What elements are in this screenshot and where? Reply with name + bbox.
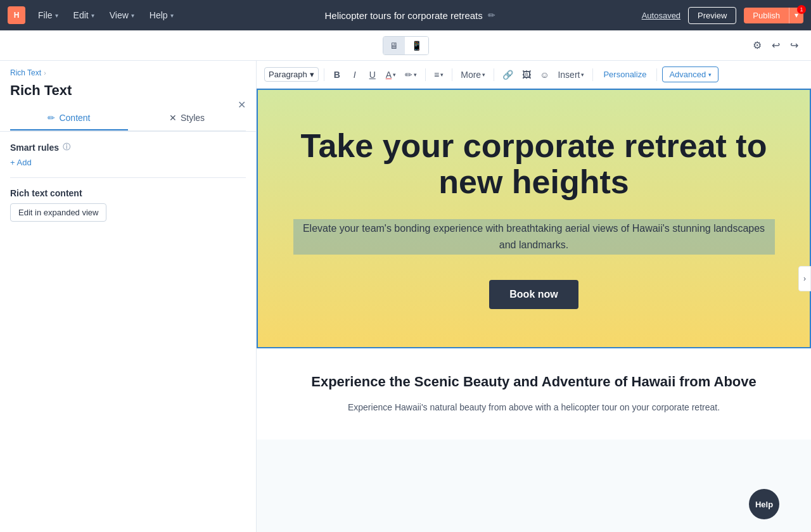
app-logo: H bbox=[8, 6, 25, 24]
toolbar-sep-4 bbox=[494, 68, 494, 81]
preview-button[interactable]: Preview bbox=[688, 7, 736, 24]
emoji-button[interactable]: ☺ bbox=[537, 66, 552, 83]
more-button[interactable]: More ▾ bbox=[457, 66, 489, 83]
hero-section-wrapper: Take your corporate retreat to new heigh… bbox=[257, 89, 811, 348]
insert-label: Insert bbox=[558, 70, 580, 80]
right-panel-toggle[interactable]: › bbox=[798, 266, 811, 291]
breadcrumb-chevron: › bbox=[44, 70, 46, 77]
toolbar-right-icons: ⚙ ↩ ↪ bbox=[750, 37, 801, 54]
edit-expanded-button[interactable]: Edit in expanded view bbox=[10, 203, 106, 222]
sidebar-content: Smart rules ⓘ + Add Rich text content Ed… bbox=[0, 132, 256, 532]
canvas-area: Paragraph ▾ B I U A ▾ ✏ ▾ ≡ ▾ More bbox=[257, 61, 811, 532]
sidebar-header: Rich Text › Rich Text ✕ ✏ Content ✕ Styl… bbox=[0, 61, 256, 132]
lower-section-text: Experience Hawaii's natural beauty from … bbox=[312, 400, 756, 414]
help-button[interactable]: Help bbox=[749, 489, 779, 519]
device-toggle: 🖥 📱 bbox=[383, 36, 429, 55]
toolbar-sep-5 bbox=[592, 68, 593, 81]
text-color-button[interactable]: A ▾ bbox=[383, 66, 399, 83]
undo-button[interactable]: ↩ bbox=[769, 37, 782, 54]
file-menu-chevron: ▾ bbox=[55, 12, 58, 19]
section-divider bbox=[10, 177, 246, 178]
breadcrumb-item[interactable]: Rich Text bbox=[10, 68, 41, 77]
image-button[interactable]: 🖼 bbox=[519, 66, 534, 83]
main-layout: Rich Text › Rich Text ✕ ✏ Content ✕ Styl… bbox=[0, 61, 811, 532]
bold-button[interactable]: B bbox=[329, 66, 345, 83]
redo-button[interactable]: ↪ bbox=[788, 37, 801, 54]
mobile-icon: 📱 bbox=[411, 41, 422, 51]
align-button[interactable]: ≡ ▾ bbox=[431, 66, 447, 83]
view-menu-chevron: ▾ bbox=[131, 12, 134, 19]
smart-rules-info-icon: ⓘ bbox=[63, 142, 70, 153]
desktop-view-button[interactable]: 🖥 bbox=[383, 37, 405, 54]
edit-menu[interactable]: Edit ▾ bbox=[68, 8, 99, 23]
settings-icon-button[interactable]: ⚙ bbox=[750, 37, 764, 54]
paragraph-chevron: ▾ bbox=[310, 70, 314, 79]
insert-button[interactable]: Insert ▾ bbox=[554, 66, 587, 83]
sidebar-tabs: ✏ Content ✕ Styles bbox=[10, 106, 246, 131]
align-icon: ≡ bbox=[434, 70, 439, 80]
lower-section: Experience the Scenic Beauty and Adventu… bbox=[257, 348, 811, 440]
book-now-button[interactable]: Book now bbox=[489, 280, 578, 309]
nav-title-area: Helicopter tours for corporate retreats … bbox=[184, 10, 637, 21]
hero-content-section[interactable]: Take your corporate retreat to new heigh… bbox=[258, 90, 810, 347]
image-icon: 🖼 bbox=[522, 70, 531, 80]
sidebar-panel: Rich Text › Rich Text ✕ ✏ Content ✕ Styl… bbox=[0, 61, 257, 532]
breadcrumb: Rich Text › bbox=[10, 68, 246, 77]
paragraph-label: Paragraph bbox=[269, 70, 307, 79]
advanced-label: Advanced bbox=[669, 70, 706, 79]
desktop-icon: 🖥 bbox=[390, 41, 399, 51]
sidebar-close-button[interactable]: ✕ bbox=[238, 99, 246, 111]
sidebar-title: Rich Text bbox=[10, 82, 246, 99]
emoji-icon: ☺ bbox=[540, 70, 549, 80]
toolbar-sep-3 bbox=[452, 68, 452, 81]
content-tab-label: Content bbox=[59, 113, 90, 123]
link-button[interactable]: 🔗 bbox=[499, 66, 516, 83]
toolbar-sep-1 bbox=[324, 68, 324, 81]
toolbar-sep-6 bbox=[656, 68, 657, 81]
highlight-button[interactable]: ✏ ▾ bbox=[402, 66, 420, 83]
view-menu[interactable]: View ▾ bbox=[105, 8, 139, 23]
device-toolbar: 🖥 📱 ⚙ ↩ ↪ bbox=[0, 30, 811, 61]
nav-right: Autosaved Preview Publish ▾ 1 bbox=[642, 7, 803, 24]
advanced-button[interactable]: Advanced ▾ bbox=[662, 66, 718, 82]
paragraph-format-select[interactable]: Paragraph ▾ bbox=[264, 67, 319, 82]
lower-section-title: Experience the Scenic Beauty and Adventu… bbox=[295, 374, 773, 390]
edit-title-icon[interactable]: ✏ bbox=[488, 10, 495, 20]
personalize-button[interactable]: Personalize bbox=[598, 67, 651, 82]
top-navigation: H File ▾ Edit ▾ View ▾ Help ▾ Helicopter… bbox=[0, 0, 811, 30]
notification-badge: 1 bbox=[797, 5, 806, 14]
advanced-chevron: ▾ bbox=[708, 72, 712, 78]
styles-tab-label: Styles bbox=[181, 113, 205, 123]
tab-content[interactable]: ✏ Content bbox=[10, 106, 128, 130]
tab-styles[interactable]: ✕ Styles bbox=[128, 106, 246, 130]
italic-button[interactable]: I bbox=[347, 66, 362, 83]
help-menu-chevron: ▾ bbox=[170, 12, 174, 19]
highlight-icon: ✏ bbox=[405, 70, 412, 80]
smart-rules-label: Smart rules ⓘ bbox=[10, 142, 246, 153]
underline-button[interactable]: U bbox=[365, 66, 380, 83]
toolbar-sep-2 bbox=[425, 68, 426, 81]
edit-menu-chevron: ▾ bbox=[91, 12, 94, 19]
rich-text-toolbar: Paragraph ▾ B I U A ▾ ✏ ▾ ≡ ▾ More bbox=[257, 61, 811, 89]
hero-subtitle: Elevate your team's bonding experience w… bbox=[293, 219, 775, 254]
help-menu[interactable]: Help ▾ bbox=[144, 8, 179, 23]
content-tab-pencil-icon: ✏ bbox=[48, 113, 55, 123]
mobile-view-button[interactable]: 📱 bbox=[405, 37, 428, 54]
text-color-icon: A bbox=[386, 70, 392, 80]
more-label: More bbox=[461, 70, 481, 80]
rich-text-content-label: Rich text content bbox=[10, 188, 246, 198]
styles-tab-x-icon: ✕ bbox=[169, 113, 177, 123]
file-menu[interactable]: File ▾ bbox=[33, 8, 63, 23]
autosaved-link[interactable]: Autosaved bbox=[642, 11, 680, 20]
link-icon: 🔗 bbox=[502, 70, 513, 80]
add-smart-rule-button[interactable]: + Add bbox=[10, 158, 32, 167]
hero-title: Take your corporate retreat to new heigh… bbox=[283, 128, 784, 200]
publish-button[interactable]: Publish bbox=[744, 8, 789, 23]
page-title: Helicopter tours for corporate retreats bbox=[324, 10, 482, 21]
